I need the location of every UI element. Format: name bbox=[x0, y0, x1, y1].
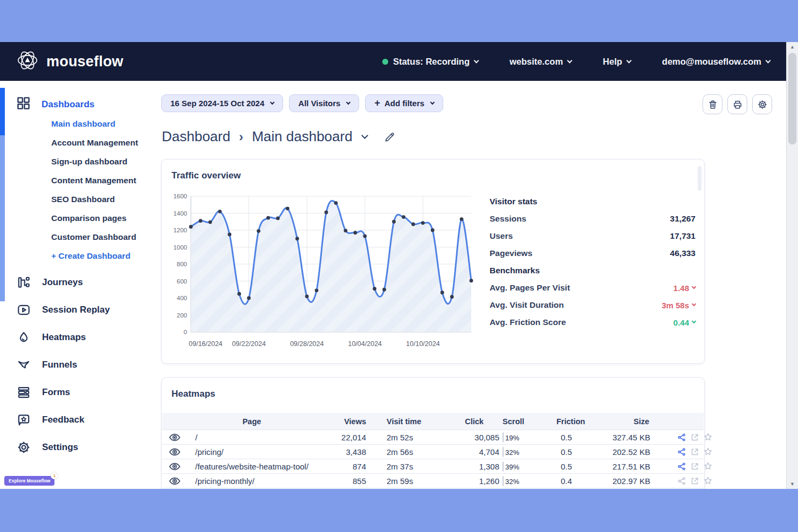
dashboard-settings-button[interactable] bbox=[752, 94, 772, 114]
row-actions bbox=[675, 447, 713, 457]
svg-text:0: 0 bbox=[184, 329, 187, 335]
page-scrollbar-thumb[interactable] bbox=[788, 53, 796, 144]
traffic-line-chart: 0200400600800100012001400160009/16/20240… bbox=[166, 190, 479, 353]
sidebar-item-label: Session Replay bbox=[42, 305, 110, 315]
visit-time-value: 2m 56s bbox=[381, 447, 446, 457]
view-heatmap-button[interactable] bbox=[162, 433, 187, 442]
page-path[interactable]: /pricing-monthly/ bbox=[187, 476, 317, 486]
benchmark-friction-score: Avg. Friction Score 0.44 bbox=[490, 314, 696, 331]
sidebar-item-forms[interactable]: Forms bbox=[16, 378, 110, 406]
page-path[interactable]: /features/website-heatmap-tool/ bbox=[187, 462, 317, 471]
printer-icon bbox=[732, 99, 743, 110]
svg-text:09/28/2024: 09/28/2024 bbox=[290, 340, 324, 348]
print-dashboard-button[interactable] bbox=[727, 94, 747, 114]
sidebar-item-heatmaps[interactable]: Heatmaps bbox=[16, 323, 110, 351]
sidebar-item-main-dashboard[interactable]: Main dashboard bbox=[51, 114, 138, 133]
sidebar-scrollbar[interactable] bbox=[0, 88, 5, 301]
table-row[interactable]: /features/website-heatmap-tool/8742m 37s… bbox=[162, 459, 704, 474]
account-email: demo@mouseflow.com bbox=[662, 57, 761, 67]
account-menu[interactable]: demo@mouseflow.com bbox=[662, 57, 770, 67]
explore-badge-count: 1 bbox=[51, 472, 58, 479]
brand[interactable]: mouseflow bbox=[15, 48, 123, 75]
session-replay-icon bbox=[16, 303, 31, 317]
favorite-button[interactable] bbox=[703, 447, 713, 457]
recording-status-dot bbox=[382, 59, 388, 65]
sidebar-item-funnels[interactable]: Funnels bbox=[16, 351, 110, 378]
traffic-card-title: Traffic overview bbox=[171, 170, 241, 181]
sidebar-item-account-management[interactable]: Account Management bbox=[51, 133, 138, 152]
view-heatmap-button[interactable] bbox=[162, 462, 187, 471]
visitors-filter[interactable]: All Visitors bbox=[289, 94, 359, 112]
create-dashboard-button[interactable]: + Create Dashboard bbox=[51, 246, 138, 265]
table-row[interactable]: /22,0142m 52s30,08519%0.5327.45 KB bbox=[162, 430, 704, 445]
help-menu[interactable]: Help bbox=[603, 57, 631, 67]
page-path[interactable]: / bbox=[187, 433, 317, 442]
table-row[interactable]: /pricing-monthly/8552m 59s1,26032%0.4202… bbox=[162, 474, 704, 488]
col-header-size: Size bbox=[608, 417, 675, 426]
journeys-icon bbox=[16, 275, 31, 289]
col-header-views: Views bbox=[317, 417, 381, 426]
page-path[interactable]: /pricing/ bbox=[187, 447, 317, 457]
table-row[interactable]: /pricing/3,4382m 56s4,70432%0.5202.52 KB bbox=[162, 445, 704, 459]
heatmaps-flame-icon bbox=[16, 330, 31, 344]
share-button[interactable] bbox=[677, 433, 686, 442]
visitor-stats-panel: Visitor stats Sessions 31,267 Users 17,7… bbox=[490, 193, 696, 331]
trend-down-icon bbox=[692, 319, 696, 323]
breadcrumb-root[interactable]: Dashboard bbox=[162, 128, 230, 145]
share-button[interactable] bbox=[677, 462, 686, 471]
add-filters-button[interactable]: + Add filters bbox=[365, 94, 443, 112]
scroll-down-arrow-icon[interactable]: ▼ bbox=[787, 481, 798, 487]
svg-text:1200: 1200 bbox=[173, 227, 187, 233]
view-heatmap-button[interactable] bbox=[162, 447, 187, 457]
breadcrumb-current[interactable]: Main dashboard bbox=[252, 128, 352, 145]
forms-icon bbox=[16, 385, 31, 399]
sidebar-item-seo-dashboard[interactable]: SEO Dashboard bbox=[51, 190, 138, 209]
gear-icon bbox=[757, 99, 768, 110]
edit-dashboard-button[interactable] bbox=[383, 130, 396, 143]
card-scrollbar[interactable] bbox=[698, 166, 701, 191]
col-header-visit-time: Visit time bbox=[381, 417, 446, 426]
col-header-page: Page bbox=[187, 417, 317, 426]
sidebar-scrollbar-thumb[interactable] bbox=[0, 88, 5, 135]
eye-icon bbox=[169, 433, 181, 442]
sidebar-item-comparison-pages[interactable]: Comparison pages bbox=[51, 209, 138, 227]
brand-name: mouseflow bbox=[46, 53, 123, 70]
sidebar-item-dashboards[interactable]: Dashboards bbox=[16, 96, 94, 113]
open-page-button[interactable] bbox=[690, 462, 699, 471]
sidebar-item-journeys[interactable]: Journeys bbox=[16, 268, 110, 296]
svg-text:400: 400 bbox=[177, 295, 187, 301]
delete-dashboard-button[interactable] bbox=[703, 94, 723, 114]
sidebar-item-content-management[interactable]: Content Management bbox=[51, 171, 138, 190]
page-scrollbar[interactable]: ▲ ▼ bbox=[786, 42, 798, 489]
sidebar-item-session-replay[interactable]: Session Replay bbox=[16, 296, 110, 323]
favorite-button[interactable] bbox=[703, 432, 713, 442]
view-heatmap-button[interactable] bbox=[162, 476, 187, 486]
click-value: 30,085 bbox=[446, 433, 503, 442]
share-button[interactable] bbox=[677, 476, 686, 486]
open-page-button[interactable] bbox=[690, 433, 699, 442]
open-page-button[interactable] bbox=[690, 476, 699, 486]
favorite-button[interactable] bbox=[703, 461, 713, 471]
date-range-filter[interactable]: 16 Sep 2024-15 Oct 2024 bbox=[161, 94, 283, 112]
status-menu[interactable]: Status: Recording bbox=[382, 57, 478, 67]
open-page-button[interactable] bbox=[690, 447, 699, 457]
sidebar-item-feedback[interactable]: Feedback bbox=[16, 406, 110, 433]
svg-text:1600: 1600 bbox=[173, 193, 187, 199]
explore-mouseflow-badge[interactable]: Explore Mouseflow 1 bbox=[4, 476, 54, 486]
sidebar-item-signup-dashboard[interactable]: Sign-up dashboard bbox=[51, 152, 138, 171]
sidebar-item-label: Feedback bbox=[42, 414, 84, 425]
sidebar-item-settings[interactable]: Settings bbox=[16, 433, 110, 461]
explore-badge-label: Explore Mouseflow bbox=[9, 478, 50, 483]
website-selector[interactable]: website.com bbox=[510, 57, 572, 67]
sidebar-item-customer-dashboard[interactable]: Customer Dashboard bbox=[51, 227, 138, 246]
dashboards-grid-icon bbox=[16, 96, 31, 113]
traffic-chart-container: 0200400600800100012001400160009/16/20240… bbox=[166, 190, 479, 355]
share-button[interactable] bbox=[677, 447, 686, 457]
size-value: 327.45 KB bbox=[608, 433, 675, 442]
sidebar-section-label: Dashboards bbox=[42, 99, 94, 110]
star-icon bbox=[703, 432, 713, 442]
favorite-button[interactable] bbox=[703, 476, 713, 486]
heatmaps-card: Heatmaps Page Views Visit time Click Scr… bbox=[161, 377, 705, 489]
scroll-up-arrow-icon[interactable]: ▲ bbox=[787, 44, 798, 50]
chevron-down-icon[interactable] bbox=[361, 132, 368, 139]
